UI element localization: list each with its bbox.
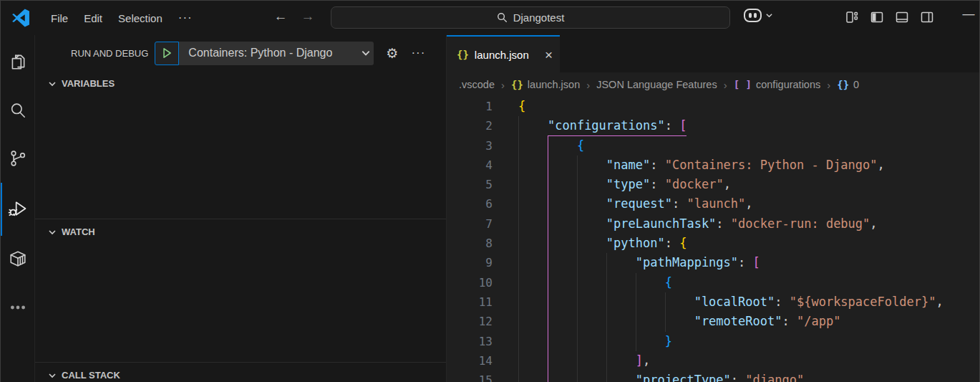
code-line[interactable]: 12 "remoteRoot": "/app" xyxy=(447,312,979,331)
breadcrumb-item-configurations[interactable]: [ ] configurations xyxy=(734,79,821,90)
menu-more-icon[interactable]: ··· xyxy=(170,9,200,27)
code-line[interactable]: 1{ xyxy=(447,97,979,116)
code-line[interactable]: 11 "localRoot": "${workspaceFolder}", xyxy=(447,292,979,312)
object-symbol-icon: {} xyxy=(837,79,849,90)
line-number[interactable]: 1 xyxy=(447,97,493,116)
command-center-search[interactable]: Djangotest xyxy=(331,6,730,29)
array-symbol-icon: [ ] xyxy=(734,79,752,90)
code-line[interactable]: 14 ], xyxy=(447,351,979,371)
variables-section: VARIABLES xyxy=(35,71,446,219)
code-line[interactable]: 15 "projectType": "django" xyxy=(447,371,979,382)
call-stack-section-header[interactable]: CALL STACK xyxy=(35,363,446,382)
activity-run-and-debug-icon[interactable] xyxy=(1,191,35,226)
active-view-indicator xyxy=(1,183,2,236)
activity-source-control-icon[interactable] xyxy=(1,141,35,176)
activity-bar xyxy=(1,35,35,382)
active-indent-guide-horizontal xyxy=(548,135,687,136)
code-line-content: { xyxy=(493,136,584,156)
toggle-secondary-sidebar-icon[interactable] xyxy=(920,10,934,24)
start-debugging-button[interactable] xyxy=(155,42,179,65)
line-number[interactable]: 14 xyxy=(447,351,493,371)
tab-launch-json[interactable]: {} launch.json × xyxy=(447,35,560,72)
toggle-primary-sidebar-icon[interactable] xyxy=(870,10,884,24)
customize-layout-icon[interactable] xyxy=(845,10,859,24)
code-line[interactable]: 13 } xyxy=(447,332,979,351)
indent-guide xyxy=(665,292,666,332)
indent-guide xyxy=(606,253,607,382)
line-number[interactable]: 8 xyxy=(447,234,493,253)
minimize-button[interactable]: — xyxy=(960,7,977,22)
chevron-down-icon xyxy=(47,227,57,237)
code-line[interactable]: 2 "configurations": [ xyxy=(447,116,979,135)
command-center-value: Djangotest xyxy=(513,11,565,24)
breadcrumb-item-0[interactable]: {} 0 xyxy=(837,79,859,90)
menu-selection[interactable]: Selection xyxy=(110,9,170,28)
code-line-content: "projectType": "django" xyxy=(493,371,804,382)
code-line[interactable]: 5 "type": "docker", xyxy=(447,175,979,194)
code-line-content: ], xyxy=(493,351,650,371)
code-line-content: "python": { xyxy=(493,234,687,253)
code-line-content: "request": "launch", xyxy=(493,194,753,214)
settings-gear-icon[interactable]: ⚙ xyxy=(386,45,398,62)
line-number[interactable]: 2 xyxy=(447,116,493,135)
line-number[interactable]: 9 xyxy=(447,253,493,272)
breadcrumb-label: launch.json xyxy=(528,79,580,90)
line-number[interactable]: 7 xyxy=(447,214,493,234)
breadcrumb-item-launch-json[interactable]: {} launch.json xyxy=(511,79,580,90)
code-line-content: "localRoot": "${workspaceFolder}", xyxy=(493,292,943,312)
activity-more-icon[interactable] xyxy=(1,290,35,325)
line-number[interactable]: 5 xyxy=(447,175,493,194)
code-line[interactable]: 4 "name": "Containers: Python - Django", xyxy=(447,156,979,175)
code-line[interactable]: 9 "pathMappings": [ xyxy=(447,253,979,272)
activity-explorer-icon[interactable] xyxy=(1,44,35,79)
menu-file[interactable]: File xyxy=(43,9,76,28)
editor-group: {} launch.json × .vscode › {} launch.jso… xyxy=(447,35,979,382)
line-number[interactable]: 4 xyxy=(447,156,493,175)
toggle-panel-icon[interactable] xyxy=(895,10,909,24)
line-number[interactable]: 15 xyxy=(447,371,493,382)
code-line-content: "pathMappings": [ xyxy=(493,253,760,272)
copilot-menu[interactable] xyxy=(744,9,773,22)
code-line-content: "remoteRoot": "/app" xyxy=(493,312,840,331)
panel-more-actions-icon[interactable]: ··· xyxy=(411,46,425,60)
breadcrumb-label: 0 xyxy=(853,79,859,90)
breadcrumb: .vscode › {} launch.json › JSON Language… xyxy=(447,72,979,97)
code-line[interactable]: 3 { xyxy=(447,136,979,156)
section-label: VARIABLES xyxy=(62,78,115,89)
breadcrumb-separator: › xyxy=(724,79,727,91)
panel-title: RUN AND DEBUG xyxy=(71,48,148,59)
breadcrumb-separator: › xyxy=(501,79,505,91)
line-number[interactable]: 12 xyxy=(447,312,493,331)
close-tab-icon[interactable]: × xyxy=(545,48,553,62)
line-number[interactable]: 3 xyxy=(447,136,493,156)
chevron-down-icon xyxy=(765,11,773,19)
line-number[interactable]: 10 xyxy=(447,273,493,292)
line-number[interactable]: 11 xyxy=(447,292,493,312)
breadcrumb-separator: › xyxy=(586,79,590,91)
nav-back-icon[interactable]: ← xyxy=(271,9,290,24)
watch-section: WATCH xyxy=(35,219,446,362)
variables-section-header[interactable]: VARIABLES xyxy=(35,71,446,96)
activity-containers-icon[interactable] xyxy=(1,242,35,276)
code-line-content: "configurations": [ xyxy=(493,116,687,135)
breadcrumb-separator: › xyxy=(827,79,830,91)
code-line[interactable]: 10 { xyxy=(447,273,979,292)
line-number[interactable]: 6 xyxy=(447,194,493,214)
watch-body xyxy=(35,244,446,362)
code-line[interactable]: 7 "preLaunchTask": "docker-run: debug", xyxy=(447,214,979,234)
nav-forward-icon[interactable]: → xyxy=(299,9,317,24)
code-line-content: } xyxy=(493,332,672,351)
code-editor[interactable]: 1{2 "configurations": [3 {4 "name": "Con… xyxy=(447,97,979,382)
code-line[interactable]: 6 "request": "launch", xyxy=(447,194,979,214)
code-line[interactable]: 8 "python": { xyxy=(447,234,979,253)
launch-configuration-select[interactable]: Containers: Python - Django xyxy=(179,42,374,65)
line-number[interactable]: 13 xyxy=(447,332,493,351)
activity-search-icon[interactable] xyxy=(1,93,35,128)
watch-section-header[interactable]: WATCH xyxy=(35,219,446,244)
breadcrumb-item-vscode[interactable]: .vscode xyxy=(459,79,495,90)
breadcrumb-item-json-language-features[interactable]: JSON Language Features xyxy=(596,79,717,90)
menu-edit[interactable]: Edit xyxy=(76,9,110,28)
breadcrumb-label: JSON Language Features xyxy=(596,79,717,90)
variables-body xyxy=(35,96,446,219)
section-label: CALL STACK xyxy=(62,370,120,381)
